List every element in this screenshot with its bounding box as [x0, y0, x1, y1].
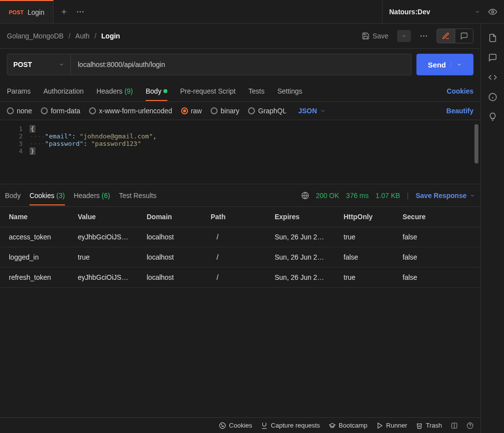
body-raw-label: raw — [191, 107, 202, 115]
breadcrumb: Golang_MongoDB / Auth / Login Save — [0, 24, 480, 49]
cell-value: eyJhbGciOiJS… — [78, 233, 147, 241]
comments-icon[interactable] — [488, 53, 497, 62]
tab-bar: POST Login Natours:Dev — [0, 0, 504, 24]
body-raw[interactable]: raw — [181, 107, 202, 115]
bottom-bootcamp[interactable]: Bootcamp — [329, 422, 368, 429]
table-head: Name Value Domain Path Expires HttpOnly … — [0, 207, 480, 227]
code-icon[interactable] — [488, 73, 497, 82]
lightbulb-icon[interactable] — [488, 112, 497, 121]
res-tab-headers[interactable]: Headers (6) — [74, 192, 110, 200]
right-sidebar — [480, 24, 504, 433]
documentation-icon[interactable] — [488, 33, 497, 42]
status-size: 1.07 KB — [376, 192, 400, 200]
method-select[interactable]: POST — [7, 54, 71, 75]
crumb-request: Login — [101, 32, 120, 40]
panel-layout-icon[interactable] — [451, 422, 458, 429]
body-editor[interactable]: 1{ 2····"email": "johndoe@gmail.com", 3·… — [0, 120, 480, 184]
send-split[interactable] — [451, 62, 462, 67]
info-icon[interactable] — [488, 93, 497, 101]
col-name: Name — [9, 213, 78, 221]
crumb-sep: / — [68, 32, 70, 40]
body-url-label: x-www-form-urlencoded — [99, 107, 172, 115]
svg-point-5 — [492, 10, 494, 13]
chevron-down-icon — [470, 193, 475, 199]
table-row[interactable]: refresh_token eyJhbGciOiJS… localhost / … — [0, 267, 480, 288]
save-response[interactable]: Save Response — [416, 192, 476, 200]
bottom-bar: Cookies Capture requests Bootcamp Runner… — [0, 417, 480, 433]
send-button[interactable]: Send — [416, 54, 473, 75]
url-input[interactable]: localhost:8000/api/auth/login — [71, 54, 411, 75]
bottom-cookies-label: Cookies — [229, 422, 252, 429]
res-tab-tests[interactable]: Test Results — [119, 192, 157, 200]
help-icon[interactable] — [467, 422, 473, 429]
cell-httponly: true — [344, 273, 403, 281]
svg-point-2 — [77, 11, 79, 12]
table-row[interactable]: access_token eyJhbGciOiJS… localhost / S… — [0, 227, 480, 247]
request-tab[interactable]: POST Login — [0, 0, 54, 23]
res-tab-cookies[interactable]: Cookies (3) — [30, 192, 65, 200]
beautify-link[interactable]: Beautify — [446, 107, 473, 115]
edit-mode[interactable] — [437, 29, 455, 43]
save-split[interactable] — [397, 30, 411, 42]
col-secure: Secure — [403, 213, 452, 221]
raw-format-select[interactable]: JSON — [298, 107, 326, 115]
body-none[interactable]: none — [7, 107, 32, 115]
bottom-trash-label: Trash — [426, 422, 442, 429]
tab-more-icon[interactable] — [76, 11, 84, 13]
chevron-down-icon — [320, 108, 326, 114]
json-key: "email" — [45, 133, 72, 140]
chevron-down-icon — [474, 9, 480, 15]
body-www-form[interactable]: x-www-form-urlencoded — [89, 107, 172, 115]
crumb-folder[interactable]: Auth — [75, 32, 90, 40]
bottom-cookies[interactable]: Cookies — [219, 422, 252, 429]
save-button[interactable]: Save — [357, 29, 393, 43]
environment-select[interactable]: Natours:Dev — [389, 8, 480, 16]
body-binary[interactable]: binary — [211, 107, 239, 115]
crumb-more-icon[interactable] — [415, 32, 433, 40]
view-mode-toggle — [437, 29, 473, 43]
cell-expires: Sun, 26 Jun 2… — [275, 253, 344, 261]
tab-authorization[interactable]: Authorization — [43, 87, 84, 95]
body-graphql[interactable]: GraphQL — [248, 107, 286, 115]
bottom-trash[interactable]: Trash — [416, 422, 442, 429]
cell-expires: Sun, 26 Jun 2… — [275, 233, 344, 241]
col-value: Value — [78, 213, 147, 221]
body-form-label: form-data — [51, 107, 80, 115]
crumb-collection[interactable]: Golang_MongoDB — [7, 32, 63, 40]
col-path: Path — [211, 213, 275, 221]
tab-tests[interactable]: Tests — [249, 87, 265, 95]
svg-point-11 — [220, 423, 226, 429]
tab-body[interactable]: Body — [146, 87, 167, 95]
tab-settings[interactable]: Settings — [277, 87, 302, 95]
response-tabs: Body Cookies (3) Headers (6) Test Result… — [0, 184, 480, 207]
svg-point-13 — [223, 426, 224, 426]
body-none-label: none — [17, 107, 32, 115]
cell-name: logged_in — [9, 253, 78, 261]
tab-params[interactable]: Params — [7, 87, 31, 95]
col-domain: Domain — [147, 213, 211, 221]
body-form-data[interactable]: form-data — [41, 107, 80, 115]
comment-mode[interactable] — [455, 29, 473, 43]
tab-headers[interactable]: Headers (9) — [96, 87, 133, 95]
res-tab-body[interactable]: Body — [5, 192, 21, 200]
url-row: POST localhost:8000/api/auth/login Send — [0, 49, 480, 80]
tab-prerequest[interactable]: Pre-request Script — [180, 87, 236, 95]
bottom-runner[interactable]: Runner — [377, 422, 408, 429]
scrollbar-thumb[interactable] — [474, 124, 478, 164]
eye-icon[interactable] — [488, 7, 497, 16]
send-label: Send — [428, 61, 446, 69]
new-tab-icon[interactable] — [61, 8, 67, 15]
cell-path: / — [211, 233, 275, 241]
globe-icon[interactable] — [301, 192, 309, 200]
tab-headers-count: (9) — [125, 87, 133, 95]
cookies-link[interactable]: Cookies — [447, 87, 473, 95]
chevron-down-icon — [59, 62, 64, 67]
res-cookies-count: (3) — [57, 192, 65, 200]
save-label: Save — [373, 32, 388, 40]
cell-value: true — [78, 253, 147, 261]
radio-icon — [89, 107, 96, 114]
method-text: POST — [13, 61, 32, 68]
tab-headers-label: Headers — [96, 87, 123, 95]
table-row[interactable]: logged_in true localhost / Sun, 26 Jun 2… — [0, 247, 480, 267]
bottom-capture[interactable]: Capture requests — [261, 422, 320, 429]
